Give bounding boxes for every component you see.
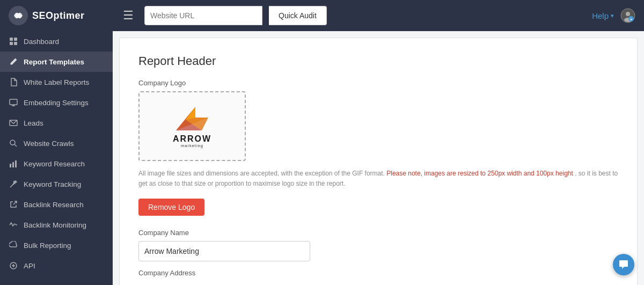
sidebar-item-keyword-research[interactable]: Keyword Research bbox=[0, 154, 113, 174]
svg-rect-8 bbox=[14, 38, 17, 41]
content-area: Report Header Company Logo ARROW bbox=[113, 31, 644, 285]
sidebar-label-api: API bbox=[24, 262, 35, 270]
content-inner: Report Header Company Logo ARROW bbox=[119, 38, 638, 285]
hamburger-button[interactable]: ☰ bbox=[119, 8, 138, 24]
sidebar-item-backlink-monitoring[interactable]: Backlink Monitoring bbox=[0, 215, 113, 235]
arrow-logo-sub: marketing bbox=[181, 143, 203, 148]
arrow-logo-container: ARROW marketing bbox=[173, 105, 211, 148]
sidebar-label-website-crawls: Website Crawls bbox=[24, 140, 74, 148]
company-name-input[interactable] bbox=[138, 241, 310, 261]
info-highlight-text: Please note, images are resized to 250px… bbox=[386, 170, 573, 177]
edit-icon bbox=[9, 57, 18, 67]
help-button[interactable]: Help ▾ bbox=[592, 11, 614, 20]
sidebar-item-leads[interactable]: Leads bbox=[0, 113, 113, 133]
arrow-logo-text: ARROW bbox=[173, 135, 211, 143]
sidebar-label-backlink-research: Backlink Research bbox=[24, 201, 84, 209]
help-chevron-icon: ▾ bbox=[611, 12, 614, 19]
company-name-label: Company Name bbox=[138, 229, 618, 237]
file-icon bbox=[9, 77, 18, 87]
sidebar-label-embedding-settings: Embedding Settings bbox=[24, 99, 89, 107]
sidebar-item-website-crawls[interactable]: Website Crawls bbox=[0, 133, 113, 154]
remove-logo-button[interactable]: Remove Logo bbox=[138, 199, 204, 216]
svg-rect-10 bbox=[14, 42, 17, 45]
svg-point-3 bbox=[626, 12, 630, 16]
search-icon bbox=[9, 138, 18, 148]
sidebar-label-white-label-reports: White Label Reports bbox=[24, 78, 89, 86]
external-link-icon bbox=[9, 200, 18, 209]
logo-upload-box[interactable]: ARROW marketing bbox=[138, 91, 246, 161]
api-icon bbox=[9, 261, 18, 271]
svg-rect-9 bbox=[10, 42, 13, 45]
chat-icon bbox=[618, 259, 629, 270]
svg-rect-15 bbox=[12, 162, 14, 167]
header-right: Help ▾ + bbox=[592, 8, 635, 23]
mail-icon bbox=[9, 118, 18, 128]
logo-area: SEOptimer bbox=[9, 6, 108, 25]
website-url-input[interactable] bbox=[144, 6, 262, 25]
sidebar-item-dashboard[interactable]: Dashboard bbox=[0, 31, 113, 52]
top-header: SEOptimer ☰ Quick Audit Help ▾ + bbox=[0, 0, 644, 31]
arrow-logo-svg bbox=[175, 105, 210, 133]
svg-text:+: + bbox=[630, 17, 633, 22]
logo-info-text: All image file sizes and dimensions are … bbox=[138, 169, 618, 189]
sidebar-label-backlink-monitoring: Backlink Monitoring bbox=[24, 221, 86, 229]
sidebar-item-keyword-tracking[interactable]: Keyword Tracking bbox=[0, 174, 113, 194]
sidebar-label-bulk-reporting: Bulk Reporting bbox=[24, 242, 71, 250]
sidebar-item-embedding-settings[interactable]: Embedding Settings bbox=[0, 92, 113, 113]
sidebar-label-keyword-tracking: Keyword Tracking bbox=[24, 180, 81, 188]
company-address-label: Company Address bbox=[138, 269, 618, 277]
sidebar: Dashboard Report Templates White Label R… bbox=[0, 31, 113, 285]
svg-point-13 bbox=[10, 140, 15, 145]
sidebar-label-dashboard: Dashboard bbox=[24, 38, 59, 46]
svg-rect-11 bbox=[10, 99, 17, 105]
sidebar-label-report-templates: Report Templates bbox=[24, 58, 84, 66]
cloud-icon bbox=[9, 240, 18, 250]
bar-chart-icon bbox=[9, 159, 18, 169]
sidebar-label-leads: Leads bbox=[24, 119, 43, 127]
info-normal-text: All image file sizes and dimensions are … bbox=[138, 170, 385, 177]
svg-point-1 bbox=[16, 13, 20, 18]
quick-audit-button[interactable]: Quick Audit bbox=[269, 6, 327, 25]
company-logo-label: Company Logo bbox=[138, 79, 618, 87]
sidebar-item-report-templates[interactable]: Report Templates bbox=[0, 52, 113, 72]
activity-icon bbox=[9, 220, 18, 230]
main-layout: Dashboard Report Templates White Label R… bbox=[0, 31, 644, 285]
user-avatar-icon: + bbox=[620, 8, 635, 23]
user-icon-button[interactable]: + bbox=[620, 8, 635, 23]
sidebar-item-backlink-research[interactable]: Backlink Research bbox=[0, 194, 113, 215]
seoptimer-logo-icon bbox=[9, 6, 28, 25]
svg-rect-16 bbox=[15, 160, 17, 167]
monitor-icon bbox=[9, 98, 18, 107]
page-title: Report Header bbox=[138, 54, 618, 68]
svg-rect-14 bbox=[10, 164, 11, 167]
help-label: Help bbox=[592, 11, 609, 20]
sidebar-item-bulk-reporting[interactable]: Bulk Reporting bbox=[0, 235, 113, 255]
grid-icon bbox=[9, 36, 18, 46]
sidebar-label-keyword-research: Keyword Research bbox=[24, 160, 85, 168]
sidebar-item-api[interactable]: API bbox=[0, 255, 113, 276]
pen-tool-icon bbox=[9, 179, 18, 189]
logo-text: SEOptimer bbox=[32, 10, 85, 21]
sidebar-item-white-label-reports[interactable]: White Label Reports bbox=[0, 72, 113, 92]
svg-rect-7 bbox=[10, 38, 13, 41]
chat-bubble-button[interactable] bbox=[613, 254, 634, 275]
